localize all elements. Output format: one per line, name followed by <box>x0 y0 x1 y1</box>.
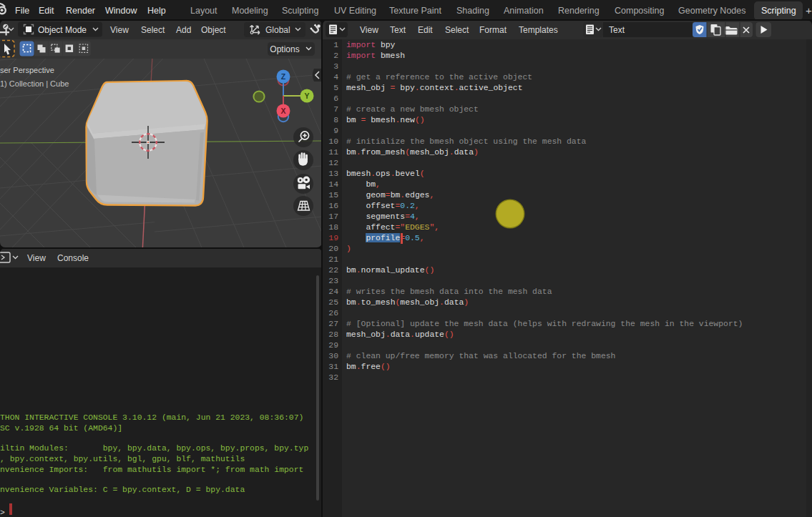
svg-text:Global: Global <box>265 25 290 35</box>
svg-text:Select: Select <box>141 25 165 35</box>
svg-text:Format: Format <box>479 25 507 35</box>
svg-text:Rendering: Rendering <box>558 6 600 16</box>
svg-text:File: File <box>15 6 29 16</box>
svg-text:Sculpting: Sculpting <box>282 6 318 16</box>
svg-text:View: View <box>27 253 46 263</box>
svg-text:Window: Window <box>105 6 137 16</box>
svg-text:View: View <box>360 25 378 35</box>
svg-text:Object: Object <box>201 25 226 35</box>
svg-text:Text: Text <box>390 25 406 35</box>
svg-text:Options: Options <box>270 44 299 54</box>
svg-text:Select: Select <box>445 25 469 35</box>
svg-text:X: X <box>280 107 285 115</box>
svg-text:Console: Console <box>57 253 89 263</box>
svg-text:Templates: Templates <box>519 25 558 35</box>
svg-text:UV Editing: UV Editing <box>334 6 376 16</box>
svg-text:Texture Paint: Texture Paint <box>389 6 441 16</box>
svg-text:Geometry Nodes: Geometry Nodes <box>678 6 745 16</box>
svg-text:+: + <box>806 4 812 16</box>
svg-text:Layout: Layout <box>190 6 217 16</box>
svg-text:Text: Text <box>609 25 625 35</box>
svg-text:Scripting: Scripting <box>761 6 796 16</box>
svg-text:Edit: Edit <box>418 25 433 35</box>
svg-text:Z: Z <box>281 72 286 81</box>
svg-text:View: View <box>110 25 129 35</box>
svg-text:Help: Help <box>147 6 166 16</box>
svg-text:Edit: Edit <box>39 6 54 16</box>
svg-text:Modeling: Modeling <box>232 6 268 16</box>
svg-text:Compositing: Compositing <box>615 6 665 16</box>
svg-text:Shading: Shading <box>456 6 489 16</box>
svg-text:Add: Add <box>176 25 191 35</box>
svg-text:Render: Render <box>66 6 95 16</box>
svg-text:Animation: Animation <box>504 6 544 16</box>
svg-text:Object Mode: Object Mode <box>38 25 87 35</box>
svg-text:Y: Y <box>304 92 309 100</box>
